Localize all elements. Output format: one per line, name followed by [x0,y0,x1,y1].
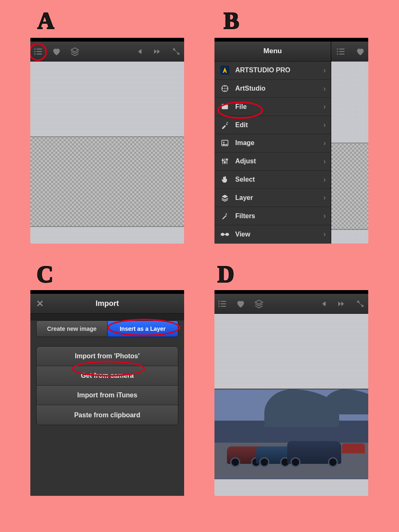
chevron-right-icon: › [323,66,326,75]
undo-icon[interactable] [318,298,329,309]
panel-b: Menu ARTSTUDIO PRO › ArtStudio › File › [214,38,368,244]
step-label-d: D [217,261,234,288]
menu-item-adjust[interactable]: Adjust › [214,153,331,171]
top-toolbar [214,294,368,314]
chevron-right-icon: › [323,230,326,239]
svg-point-18 [224,88,226,89]
svg-point-16 [224,90,226,91]
menu-item-label: Layer [235,194,253,202]
svg-point-25 [225,233,229,236]
svg-point-6 [337,48,338,49]
sliders-icon [220,157,229,166]
svg-rect-9 [339,51,345,52]
layers-icon [220,193,229,202]
heart-icon[interactable] [355,46,366,57]
svg-point-10 [337,53,338,54]
menu-item-label: Filters [235,212,255,220]
svg-point-24 [221,233,224,236]
redo-icon[interactable] [153,46,163,57]
panel-a [30,38,184,244]
svg-point-0 [34,48,35,49]
segment-insert-layer[interactable]: Insert as a Layer [108,321,178,337]
chevron-right-icon: › [323,157,326,166]
menu-item-label: View [235,231,250,238]
redo-icon[interactable] [337,298,347,309]
svg-point-31 [218,305,219,307]
svg-point-4 [34,53,35,54]
canvas-area[interactable] [30,62,184,244]
folder-icon [220,102,229,111]
tools-icon [220,121,229,130]
heart-icon[interactable] [51,46,62,57]
chevron-right-icon: › [323,139,326,148]
import-options-list: Import from 'Photos' Get from camera Imp… [36,346,178,425]
svg-point-17 [222,88,224,89]
menu-item-filters[interactable]: Filters › [214,207,331,225]
chevron-right-icon: › [323,212,326,220]
menu-item-artstudio-pro[interactable]: ARTSTUDIO PRO › [214,62,331,80]
import-header: ✕ Import [30,294,184,314]
import-title: Import [96,299,119,308]
chevron-right-icon: › [323,84,326,93]
layers-icon[interactable] [254,298,264,309]
step-label-a: A [37,7,54,34]
chevron-right-icon: › [323,102,326,111]
svg-rect-26 [224,234,226,235]
svg-point-15 [227,88,228,89]
imported-image [214,389,368,479]
film-reel-icon [220,84,229,93]
hand-icon [220,175,229,184]
row-import-itunes[interactable]: Import from iTunes [37,386,178,405]
svg-point-23 [226,159,227,160]
svg-point-2 [34,51,35,52]
heart-icon[interactable] [235,298,246,309]
close-icon[interactable]: ✕ [36,298,44,309]
row-import-photos[interactable]: Import from 'Photos' [37,347,178,366]
segment-create-new[interactable]: Create new image [37,321,108,337]
svg-rect-5 [37,54,42,54]
svg-rect-11 [339,54,345,54]
menu-item-select[interactable]: Select › [214,171,331,189]
step-label-c: C [37,261,53,288]
svg-point-21 [222,160,223,161]
svg-rect-7 [339,49,345,49]
svg-point-29 [218,303,219,304]
fullscreen-icon[interactable] [355,298,366,309]
menu-icon[interactable] [33,46,44,57]
svg-point-27 [218,300,219,302]
layers-icon[interactable] [69,46,80,57]
svg-rect-32 [221,306,226,307]
menu-item-label: Edit [235,121,248,129]
segmented-control: Create new image Insert as a Layer [36,320,178,337]
menu-item-layer[interactable]: Layer › [214,189,331,207]
svg-point-22 [224,162,225,163]
panel-d [214,290,368,496]
menu-item-file[interactable]: File › [214,98,331,116]
row-paste-clipboard[interactable]: Paste from clipboard [37,405,178,425]
fullscreen-icon[interactable] [171,46,182,57]
menu-item-edit[interactable]: Edit › [214,116,331,134]
app-logo-icon [220,66,229,75]
undo-icon[interactable] [134,46,145,57]
menu-panel: Menu ARTSTUDIO PRO › ArtStudio › File › [214,42,331,244]
status-bar [214,38,368,42]
menu-item-image[interactable]: Image › [214,134,331,153]
svg-rect-28 [221,301,226,302]
top-toolbar [30,42,184,62]
menu-item-label: ArtStudio [235,85,266,92]
menu-item-artstudio[interactable]: ArtStudio › [214,80,331,98]
status-bar [214,290,368,294]
wand-icon [220,212,229,221]
row-get-camera[interactable]: Get from camera [37,366,178,386]
menu-icon[interactable] [335,46,346,57]
chevron-right-icon: › [323,175,326,184]
canvas-area[interactable] [214,314,368,496]
glasses-icon [220,230,229,239]
svg-point-14 [224,86,226,87]
menu-item-label: ARTSTUDIO PRO [235,66,290,74]
menu-item-label: File [235,103,247,111]
menu-item-view[interactable]: View › [214,225,331,244]
svg-rect-1 [37,49,42,49]
menu-item-label: Adjust [235,158,256,165]
menu-icon[interactable] [217,298,228,309]
